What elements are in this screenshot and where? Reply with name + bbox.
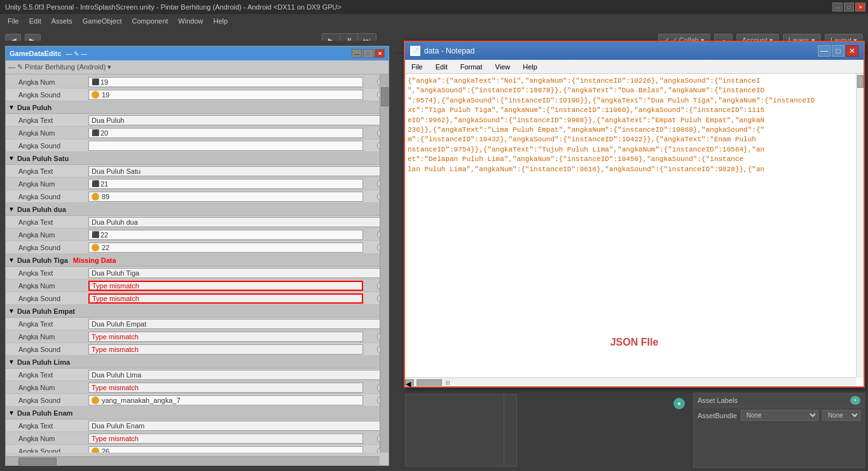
row-value-mismatch[interactable]: Type mismatch xyxy=(88,332,363,342)
row-label: Angka Text xyxy=(6,422,88,430)
asset-labels-title-text: Asset Labels xyxy=(698,397,738,404)
row-value-mismatch[interactable]: Type mismatch xyxy=(88,293,363,304)
section-dua-puluh-empat[interactable]: ▼ Dua Puluh Empat xyxy=(6,305,389,318)
table-row: Angka Text Dua Puluh Satu xyxy=(6,165,389,178)
asset-bundle-select[interactable]: None xyxy=(741,410,818,421)
section-label: Dua Puluh Enam xyxy=(17,409,72,417)
row-value[interactable]: 26 xyxy=(88,446,363,453)
asset-labels-title: Asset Labels + xyxy=(694,393,864,407)
unity-title-controls: — □ ✕ xyxy=(832,3,865,11)
horizontal-scrollbar[interactable] xyxy=(6,456,380,465)
notepad-maximize-btn[interactable]: □ xyxy=(832,45,844,57)
row-value[interactable]: 89 xyxy=(88,192,363,202)
np-menu-file[interactable]: File xyxy=(405,62,429,72)
maximize-button[interactable]: □ xyxy=(844,3,854,11)
section-label: Dua Puluh xyxy=(17,104,52,111)
table-row: Angka Text Dua Puluh Lima xyxy=(6,369,389,381)
row-value[interactable]: ⬛21 xyxy=(88,179,363,189)
scrollbar-thumb[interactable] xyxy=(381,87,389,106)
hscroll-left-btn[interactable]: ◀ xyxy=(405,379,414,386)
menu-gameobject[interactable]: GameObject xyxy=(78,16,127,26)
editor-subtitle: — ✎ — xyxy=(65,50,87,57)
table-row: Angka Sound ○ xyxy=(6,139,389,152)
np-menu-view[interactable]: View xyxy=(489,62,517,72)
row-value[interactable]: 22 xyxy=(88,243,363,253)
row-value[interactable]: ⬛20 xyxy=(88,128,363,138)
row-label: Angka Text xyxy=(6,371,88,379)
table-row: Angka Sound Type mismatch ○ xyxy=(6,292,389,305)
notepad-menu-bar: File Edit Format View Help xyxy=(405,60,864,74)
row-label: Angka Num xyxy=(6,435,88,442)
menu-component[interactable]: Component xyxy=(127,16,173,26)
section-dua-puluh-lima[interactable]: ▼ Dua Puluh Lima xyxy=(6,356,389,369)
row-value[interactable] xyxy=(88,141,363,151)
unity-menu-bar: File Edit Assets GameObject Component Wi… xyxy=(0,14,467,28)
row-value[interactable]: Dua Puluh xyxy=(88,115,386,125)
row-value-mismatch[interactable]: Type mismatch xyxy=(88,344,363,355)
notepad-title-text: data - Notepad xyxy=(424,46,818,55)
vscroll-thumb[interactable] xyxy=(857,75,864,88)
close-button[interactable]: ✕ xyxy=(855,3,865,11)
row-value-angkanum1[interactable]: ⬛19 xyxy=(88,77,363,87)
row-value[interactable]: Dua Puluh Empat xyxy=(88,319,386,329)
notepad-minimize-btn[interactable]: — xyxy=(818,45,830,57)
asset-add-icon[interactable]: + xyxy=(850,396,860,405)
row-value[interactable]: Dua Puluh dua xyxy=(88,217,386,227)
notepad-content[interactable]: {"angka":{"angkaText":"Nol","angkaNum":{… xyxy=(405,74,856,369)
num-prefix-icon: ⬛ xyxy=(92,231,99,238)
menu-file[interactable]: File xyxy=(3,16,24,26)
row-value[interactable]: Dua Puluh Tiga xyxy=(88,268,386,278)
row-label-angkanum1: Angka Num xyxy=(6,78,88,86)
row-value-mismatch[interactable]: Type mismatch xyxy=(88,383,363,393)
json-text: {"angka":{"angkaText":"Nol","angkaNum":{… xyxy=(408,77,815,173)
section-dua-puluh-enam[interactable]: ▼ Dua Puluh Enam xyxy=(6,407,389,419)
hscroll-thumb[interactable] xyxy=(417,379,442,386)
np-menu-help[interactable]: Help xyxy=(516,62,544,72)
table-row: Angka Num ⬛20 ○ xyxy=(6,127,389,139)
section-label: Dua Puluh dua xyxy=(17,206,66,213)
editor-title: GameDataEditc xyxy=(10,50,61,57)
notepad-close-btn[interactable]: ✕ xyxy=(846,45,858,57)
menu-assets[interactable]: Assets xyxy=(46,16,78,26)
np-menu-format[interactable]: Format xyxy=(454,62,489,72)
row-value[interactable]: Dua Puluh Enam xyxy=(88,421,386,431)
row-label: Angka Num xyxy=(6,333,88,341)
row-value-mismatch[interactable]: Type mismatch xyxy=(88,281,363,291)
num-prefix-icon: ⬛ xyxy=(92,129,99,136)
unity-title-text: Unity 5.5.0f3 Personal - IntroSplashScre… xyxy=(5,3,341,11)
row-label: Angka Sound xyxy=(6,397,88,404)
asset-bundle-variant-select[interactable]: None xyxy=(822,410,860,421)
scroll-container[interactable]: Angka Num ⬛19 ○ Angka Sound 19 ○ ▼ xyxy=(6,74,389,453)
row-value-angkasound1[interactable]: 19 xyxy=(88,90,363,100)
row-label: Angka Text xyxy=(6,218,88,226)
editor-minimize-btn[interactable]: — xyxy=(352,49,362,58)
row-value[interactable]: yang_manakah_angka_7 xyxy=(88,395,363,405)
menu-edit[interactable]: Edit xyxy=(24,16,46,26)
editor-close-btn[interactable]: ✕ xyxy=(375,49,385,58)
row-value[interactable]: Dua Puluh Lima xyxy=(88,370,386,380)
section-dua-puluh-tiga[interactable]: ▼ Dua Puluh Tiga Missing Data xyxy=(6,254,389,267)
section-dua-puluh-satu[interactable]: ▼ Dua Puluh Satu xyxy=(6,152,389,165)
audio-icon xyxy=(92,447,99,453)
notepad-vscroll[interactable] xyxy=(856,74,864,377)
menu-window[interactable]: Window xyxy=(173,16,208,26)
row-label: Angka Sound xyxy=(6,142,88,150)
row-label: Angka Sound xyxy=(6,295,88,302)
editor-title-controls: — □ ✕ xyxy=(352,49,385,58)
table-row: Angka Text Dua Puluh Empat xyxy=(6,318,389,330)
h-scrollbar-thumb[interactable] xyxy=(18,458,57,465)
menu-help[interactable]: Help xyxy=(208,16,233,26)
notepad-hscroll[interactable]: ◀ ||| xyxy=(405,377,856,386)
editor-window: GameDataEditc — ✎ — — □ ✕ — ✎ Pintar Ber… xyxy=(5,46,389,466)
bottom-panel-1 xyxy=(405,394,517,467)
table-row: Angka Text Dua Puluh Enam xyxy=(6,419,389,432)
section-dua-puluh-dua[interactable]: ▼ Dua Puluh dua xyxy=(6,203,389,216)
minimize-button[interactable]: — xyxy=(832,3,843,11)
row-value[interactable]: ⬛22 xyxy=(88,230,363,240)
row-value[interactable]: Dua Puluh Satu xyxy=(88,166,386,176)
editor-maximize-btn[interactable]: □ xyxy=(363,49,373,58)
section-dua-puluh[interactable]: ▼ Dua Puluh xyxy=(6,101,389,114)
np-menu-edit[interactable]: Edit xyxy=(429,62,454,72)
row-value-mismatch[interactable]: Type mismatch xyxy=(88,433,363,444)
vertical-scrollbar[interactable] xyxy=(380,74,389,453)
